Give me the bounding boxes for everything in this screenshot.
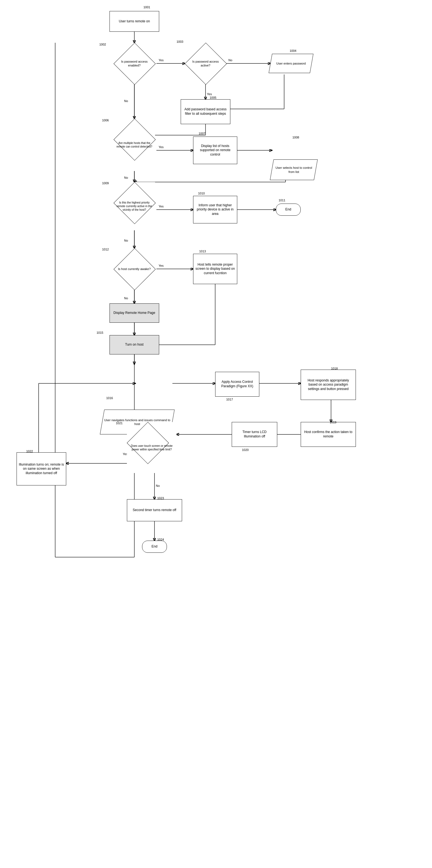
label-1009: 1009: [102, 182, 109, 185]
node-1015: Turn on host: [110, 335, 159, 354]
label-1004: 1004: [290, 49, 296, 53]
svg-text:Yes: Yes: [159, 205, 163, 208]
svg-text:Yes: Yes: [159, 145, 163, 149]
label-1011: 1011: [279, 198, 285, 202]
label-1013: 1013: [199, 250, 206, 253]
label-1007: 1007: [198, 132, 205, 135]
node-1022: Illumination turns on; remote is on same…: [17, 452, 66, 486]
node-1019: Host confirms the action taken to remote: [301, 422, 356, 447]
node-1024: End: [142, 540, 167, 553]
label-1015: 1015: [97, 331, 103, 334]
svg-text:No: No: [124, 99, 128, 103]
label-1003: 1003: [177, 40, 183, 43]
label-1016: 1016: [106, 396, 113, 400]
label-1010: 1010: [198, 192, 205, 195]
node-1013: Host tells remote proper screen to displ…: [193, 254, 237, 284]
node-1007: Display list of hosts supported on remot…: [193, 136, 237, 164]
label-1019: 1019: [330, 421, 336, 424]
node-1001: User turns remote on: [110, 11, 159, 32]
node-1017: Apply Access Control Paradigm (Figure XX…: [215, 372, 259, 397]
node-1021: Does user touch screen or remote power w…: [127, 422, 177, 473]
node-1010: Inform user that higher priority device …: [193, 196, 237, 223]
label-1024: 1024: [157, 538, 164, 541]
label-1023: 1023: [157, 496, 164, 500]
label-1006: 1006: [102, 119, 109, 122]
label-1002: 1002: [99, 43, 106, 46]
svg-text:Yes: Yes: [159, 59, 163, 62]
node-1008: User selects host to control from list: [272, 159, 316, 180]
node-1023: Second timer turns remote off: [127, 499, 182, 521]
node-1002: Is password access enabled?: [114, 43, 155, 84]
svg-text:No: No: [228, 59, 232, 62]
label-1020: 1020: [242, 448, 249, 452]
node-1009: Is this the highest priority remote curr…: [114, 182, 155, 230]
svg-text:Yes: Yes: [159, 264, 163, 267]
label-1022: 1022: [26, 450, 33, 453]
svg-text:No: No: [124, 239, 128, 242]
label-1008: 1008: [292, 136, 299, 139]
svg-text:No: No: [156, 484, 160, 487]
label-1017: 1017: [226, 398, 233, 401]
flowchart-diagram: Yes No No Yes Yes No Yes: [0, 0, 432, 868]
label-1001: 1001: [144, 5, 150, 9]
svg-text:No: No: [124, 297, 128, 300]
node-1018: Host responds appropriately based on acc…: [301, 370, 356, 400]
node-1020: Timer turns LCD Illumination off: [232, 422, 277, 447]
svg-text:No: No: [124, 176, 128, 179]
label-1018: 1018: [331, 367, 338, 370]
node-1005: Add password based access filter to all …: [181, 99, 230, 124]
node-1006: Are multiple hosts that the remote can c…: [114, 119, 155, 171]
svg-text:Yes: Yes: [207, 92, 212, 96]
node-1014: Display Remote Home Page: [110, 303, 159, 323]
node-1003: Is password access active?: [185, 43, 226, 84]
label-1005: 1005: [210, 96, 216, 99]
node-1011: End: [276, 204, 301, 216]
node-1012: Is host currently awake?: [114, 248, 155, 289]
label-1012: 1012: [102, 248, 109, 251]
node-1004: User enters password: [270, 54, 312, 73]
